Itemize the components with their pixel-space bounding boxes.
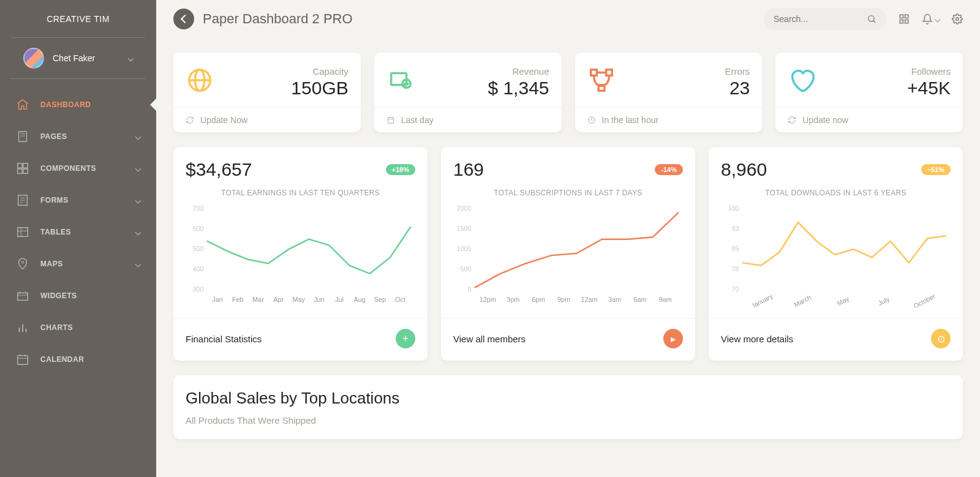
svg-rect-11 [18, 228, 28, 237]
fab-info[interactable]: ⊙ [931, 329, 951, 348]
svg-text:Jul: Jul [335, 296, 344, 303]
svg-rect-4 [23, 163, 28, 168]
svg-point-14 [21, 261, 24, 263]
user-name: Chet Faker [53, 53, 129, 63]
svg-text:1000: 1000 [456, 245, 471, 252]
svg-line-27 [873, 21, 875, 23]
chart-card-2: 8,960~51%TOTAL DOWNLOADS IN LAST 6 YEARS… [709, 147, 963, 361]
svg-point-32 [956, 18, 959, 21]
grid-icon[interactable] [899, 13, 910, 24]
chevron-down-icon [135, 133, 141, 140]
heart-icon [788, 66, 816, 94]
svg-text:12am: 12am [581, 296, 597, 303]
fab-plus[interactable]: + [396, 329, 415, 348]
footer-icon [186, 116, 194, 124]
sidebar-item-dashboard[interactable]: DASHBOARD [0, 89, 156, 121]
svg-text:Jun: Jun [314, 296, 324, 303]
sidebar-item-label: PAGES [40, 132, 67, 141]
chart-footer-link[interactable]: Financial Statistics [186, 334, 262, 344]
stat-value: $ 1,345 [488, 78, 549, 99]
section-title: Global Sales by Top Locations [186, 389, 951, 408]
chevron-down-icon [135, 165, 141, 171]
sidebar-item-calendar[interactable]: CALENDAR [0, 344, 156, 375]
search-box[interactable] [764, 8, 886, 30]
svg-text:9am: 9am [659, 296, 672, 303]
svg-text:May: May [292, 296, 305, 303]
svg-text:0: 0 [468, 285, 472, 293]
svg-text:Aug: Aug [354, 296, 366, 303]
svg-text:October: October [912, 292, 937, 307]
svg-rect-28 [900, 15, 903, 18]
sidebar-item-label: DASHBOARD [40, 100, 91, 109]
svg-text:Feb: Feb [232, 296, 244, 303]
svg-text:Oct: Oct [395, 296, 405, 303]
sidebar-item-components[interactable]: COMPONENTS [0, 152, 156, 184]
sidebar: CREATIVE TIM Chet Faker DASHBOARDPAGESCO… [0, 0, 156, 477]
page-title: Paper Dashboard 2 PRO [203, 11, 353, 27]
svg-rect-22 [18, 356, 28, 365]
globe-icon [186, 66, 214, 94]
sidebar-item-tables[interactable]: TABLES [0, 216, 156, 248]
svg-rect-45 [606, 70, 612, 76]
search-input[interactable] [774, 14, 867, 24]
svg-rect-40 [388, 118, 393, 123]
forms-icon [16, 193, 29, 207]
sidebar-item-forms[interactable]: FORMS [0, 184, 156, 216]
brand-logo[interactable]: CREATIVE TIM [11, 0, 145, 38]
footer-icon [587, 116, 596, 124]
back-button[interactable] [173, 9, 194, 29]
stat-footer[interactable]: Last day [374, 107, 562, 132]
sidebar-user[interactable]: Chet Faker [11, 38, 145, 79]
stat-footer[interactable]: Update now [775, 107, 963, 132]
sidebar-item-label: FORMS [40, 196, 69, 205]
section-subtitle: All Products That Were Shipped [186, 415, 951, 426]
sidebar-item-maps[interactable]: MAPS [0, 248, 156, 280]
svg-text:Sep: Sep [374, 296, 386, 303]
line-chart: 050010001500200012pm3pm6pm9pm12am3am6am9… [453, 203, 683, 307]
chart-footer-link[interactable]: View more details [721, 334, 793, 344]
sidebar-item-label: WIDGETS [40, 291, 77, 300]
svg-text:700: 700 [193, 205, 204, 212]
svg-rect-44 [590, 70, 597, 76]
svg-point-26 [868, 16, 873, 21]
stat-footer[interactable]: In the last hour [575, 107, 763, 132]
chevron-down-icon [135, 229, 141, 235]
svg-text:9pm: 9pm [557, 296, 570, 303]
sidebar-item-charts[interactable]: CHARTS [0, 312, 156, 344]
svg-text:Apr: Apr [273, 296, 284, 303]
chart-number: $34,657 [186, 159, 252, 180]
stat-footer[interactable]: Update Now [173, 107, 361, 132]
components-icon [16, 162, 29, 175]
svg-text:85: 85 [732, 245, 739, 252]
calendar-icon [16, 353, 29, 366]
svg-text:78: 78 [732, 265, 739, 272]
chart-footer-link[interactable]: View all members [453, 334, 526, 344]
wallet-icon [386, 66, 415, 94]
vector-icon [587, 66, 616, 94]
svg-rect-31 [905, 20, 908, 23]
sidebar-item-widgets[interactable]: WIDGETS [0, 280, 156, 312]
notifications-button[interactable] [922, 13, 940, 24]
chart-subtitle: TOTAL EARNINGS IN LAST TEN QUARTERS [186, 189, 415, 197]
svg-rect-0 [19, 132, 27, 142]
svg-text:12pm: 12pm [480, 296, 496, 303]
badge: +18% [386, 164, 415, 175]
charts-icon [16, 321, 29, 334]
fab-play[interactable]: ▸ [663, 329, 683, 348]
chart-number: 169 [453, 159, 484, 180]
stat-card-capacity: Capacity150GBUpdate Now [173, 53, 361, 132]
gear-icon[interactable] [952, 13, 963, 24]
svg-text:500: 500 [461, 265, 472, 272]
topbar: Paper Dashboard 2 PRO [173, 0, 963, 38]
svg-text:3am: 3am [608, 296, 621, 303]
dashboard-icon [16, 98, 29, 111]
chevron-left-icon [180, 15, 189, 23]
search-icon[interactable] [867, 13, 876, 24]
sidebar-item-pages[interactable]: PAGES [0, 121, 156, 152]
chevron-down-icon [128, 55, 134, 61]
svg-text:2000: 2000 [456, 205, 471, 212]
stat-card-revenue: Revenue$ 1,345Last day [374, 53, 562, 132]
svg-rect-3 [18, 163, 22, 168]
stat-label: Capacity [291, 66, 348, 77]
stat-label: Revenue [488, 66, 549, 77]
